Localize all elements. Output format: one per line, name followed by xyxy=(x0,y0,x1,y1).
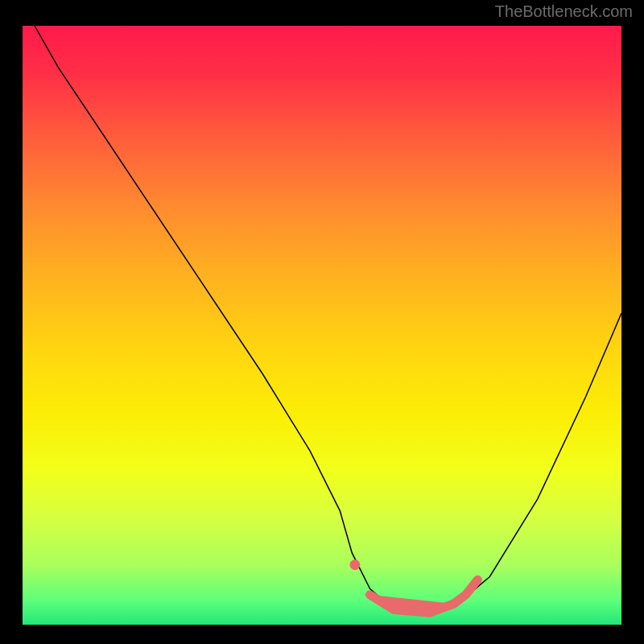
chart-svg xyxy=(23,26,621,625)
bottleneck-curve-path xyxy=(35,26,621,613)
highlight-segment-a xyxy=(370,595,454,613)
chart-plot-area xyxy=(23,26,621,625)
highlight-segment-b xyxy=(454,580,478,604)
highlight-dot xyxy=(350,560,360,570)
watermark-text: TheBottleneck.com xyxy=(495,2,633,21)
